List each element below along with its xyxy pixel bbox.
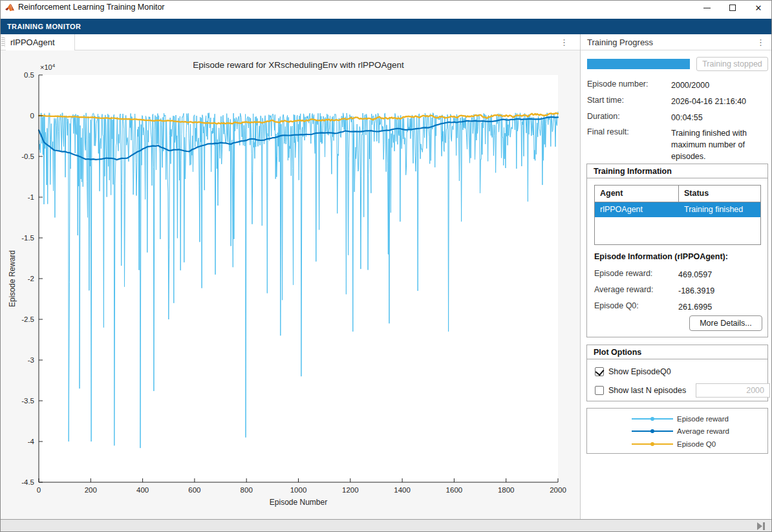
svg-text:0: 0 [37, 486, 41, 494]
svg-text:-3: -3 [28, 356, 34, 364]
start-time-row: Start time: 2026-04-16 21:16:40 [587, 96, 768, 107]
checkbox-label: Show last N episodes [608, 386, 686, 395]
matlab-logo-icon [5, 3, 15, 13]
training-progress-panel: Training stopped Episode number: 2000/20… [581, 50, 772, 519]
minimize-icon [703, 8, 711, 8]
show-last-n-checkbox[interactable] [595, 386, 604, 395]
active-tab-accent [11, 32, 80, 34]
status-cell: Training finished [679, 202, 760, 217]
svg-text:-4.5: -4.5 [21, 478, 34, 486]
tab-label: rlPPOAgent [10, 37, 55, 47]
bar-glyph [763, 522, 765, 530]
svg-text:-0.5: -0.5 [21, 153, 34, 160]
average-reward-line-swatch [632, 431, 673, 432]
svg-text:Episode reward for XRschedulin: Episode reward for XRschedulingEnv with … [193, 60, 404, 70]
field-value: 2026-04-16 21:16:40 [671, 96, 768, 107]
table-row[interactable]: rlPPOAgent Training finished [595, 202, 760, 217]
panel-grip-icon[interactable] [1, 37, 5, 47]
svg-text:-4: -4 [28, 438, 35, 445]
svg-text:1200: 1200 [342, 486, 359, 494]
plot-options-box: Plot Options Show EpisodeQ0 Show last N … [586, 345, 768, 401]
svg-text:1600: 1600 [446, 486, 463, 494]
svg-text:-1: -1 [28, 193, 34, 201]
legend-entry-episode-q0: Episode Q0 [587, 438, 767, 451]
app-window: Reinforcement Learning Training Monitor … [0, 0, 772, 532]
episode-information-title: Episode Information (rlPPOAgent): [594, 252, 728, 261]
episode-q0-row: Episode Q0: 261.6995 [594, 301, 772, 313]
svg-text:800: 800 [241, 486, 253, 494]
field-value: -186.3919 [678, 285, 772, 297]
field-label: Episode number: [587, 80, 671, 91]
field-label: Episode Q0: [594, 301, 678, 313]
maximize-icon [729, 5, 736, 11]
svg-text:0: 0 [30, 112, 34, 120]
svg-text:200: 200 [85, 486, 97, 494]
episode-reward-chart[interactable]: 02004006008001000120014001600180020000.5… [1, 50, 580, 519]
column-header-agent: Agent [595, 186, 679, 202]
svg-text:Episode Number: Episode Number [270, 498, 327, 507]
training-progress-header: Training Progress ⋮ [581, 34, 772, 50]
title-bar: Reinforcement Learning Training Monitor … [1, 1, 771, 19]
svg-text:-3.5: -3.5 [21, 397, 34, 405]
tab-options-kebab-icon[interactable]: ⋮ [556, 37, 572, 48]
window-title: Reinforcement Learning Training Monitor [18, 3, 165, 12]
svg-text:-1.5: -1.5 [21, 234, 34, 242]
ribbon-tab-label[interactable]: TRAINING MONITOR [7, 23, 81, 30]
column-header-status: Status [679, 186, 760, 202]
episode-q0-line-swatch [632, 443, 673, 445]
field-label: Final result: [587, 127, 671, 162]
ribbon-bar: TRAINING MONITOR [1, 19, 771, 34]
svg-text:-2: -2 [28, 275, 34, 282]
field-value: 261.6995 [678, 301, 772, 313]
average-reward-row: Average reward: -186.3919 [594, 285, 772, 297]
minimize-button[interactable] [694, 1, 720, 15]
table-header-row: Agent Status [595, 186, 760, 202]
right-panel-title: Training Progress [587, 37, 653, 47]
field-label: Average reward: [594, 285, 678, 297]
reward-chart-panel: 02004006008001000120014001600180020000.5… [1, 50, 580, 519]
svg-text:×104: ×104 [40, 63, 56, 71]
expand-panel-icon[interactable] [757, 522, 767, 530]
plot-options-title: Plot Options [587, 345, 767, 359]
field-label: Start time: [587, 96, 671, 107]
training-progress-bar [587, 59, 690, 69]
tab-rlppoagent[interactable]: rlPPOAgent [6, 34, 75, 50]
close-icon: ✕ [755, 4, 762, 12]
svg-text:1000: 1000 [290, 486, 307, 494]
field-value: 2000/2000 [671, 80, 768, 91]
legend-entry-episode-reward: Episode reward [587, 412, 767, 425]
show-last-n-row: Show last N episodes [595, 386, 686, 395]
panel-options-kebab-icon[interactable]: ⋮ [753, 37, 769, 48]
svg-text:2000: 2000 [550, 486, 566, 494]
checkbox-label: Show EpisodeQ0 [608, 367, 671, 376]
svg-text:Episode Reward: Episode Reward [8, 250, 17, 307]
legend-label: Episode Q0 [677, 440, 716, 448]
legend-label: Episode reward [677, 415, 729, 423]
maximize-button[interactable] [720, 1, 745, 15]
document-tab-bar: rlPPOAgent ⋮ [1, 34, 580, 50]
episode-reward-line-swatch [632, 418, 673, 420]
show-episodeq0-checkbox[interactable] [595, 367, 604, 376]
svg-text:400: 400 [136, 486, 149, 494]
training-stopped-button[interactable]: Training stopped [696, 57, 768, 71]
training-information-box: Training Information Agent Status rlPPOA… [586, 164, 768, 337]
legend-label: Average reward [677, 427, 729, 435]
last-n-episodes-input[interactable] [696, 383, 770, 398]
agent-cell: rlPPOAgent [595, 202, 679, 217]
progress-fill [587, 59, 690, 69]
field-value: 469.0597 [678, 269, 772, 281]
final-result-row: Final result: Training finished with max… [587, 127, 768, 162]
show-episodeq0-row: Show EpisodeQ0 [595, 367, 671, 376]
chart-legend: Episode reward Average reward Episode Q0 [586, 408, 768, 454]
svg-text:1400: 1400 [394, 486, 411, 494]
svg-text:0.5: 0.5 [24, 71, 34, 79]
svg-text:600: 600 [188, 486, 200, 494]
status-bar [1, 519, 771, 532]
svg-text:1800: 1800 [498, 486, 515, 494]
agent-status-table: Agent Status rlPPOAgent Training finishe… [594, 185, 761, 245]
svg-text:-2.5: -2.5 [21, 315, 34, 323]
episode-reward-row: Episode reward: 469.0597 [594, 269, 772, 281]
more-details-button[interactable]: More Details... [689, 315, 762, 331]
close-button[interactable]: ✕ [745, 1, 771, 15]
duration-row: Duration: 00:04:55 [587, 112, 768, 123]
